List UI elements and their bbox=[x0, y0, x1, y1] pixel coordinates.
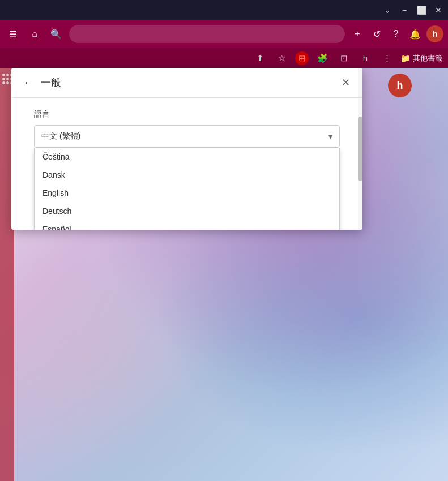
share-icon[interactable]: ⬆ bbox=[252, 50, 268, 66]
language-dropdown[interactable]: 中文 (繁體) ▾ bbox=[34, 125, 340, 148]
notifications-icon[interactable]: 🔔 bbox=[407, 26, 423, 42]
scrollbar-thumb bbox=[358, 117, 362, 181]
language-option-cestina[interactable]: Čeština bbox=[35, 148, 339, 166]
maximize-button[interactable]: ⬜ bbox=[417, 6, 425, 14]
language-selected-value: 中文 (繁體) bbox=[41, 131, 80, 141]
dialog-body: 語言 中文 (繁體) ▾ ČeštinaDanskEnglishDeutschE… bbox=[11, 98, 362, 230]
minimize-button[interactable]: − bbox=[400, 6, 408, 14]
language-option-deutsch[interactable]: Deutsch bbox=[35, 202, 339, 220]
home-icon[interactable]: ⌂ bbox=[26, 25, 43, 42]
bookmarks-label: 其他書籤 bbox=[413, 53, 442, 63]
back-button[interactable]: ← bbox=[20, 75, 36, 91]
star-icon[interactable]: ☆ bbox=[274, 50, 289, 66]
settings-dialog: ← 一般 ✕ 語言 中文 (繁體) ▾ ČeštinaDanskEnglishD… bbox=[11, 68, 362, 230]
dialog-title: 一般 bbox=[41, 76, 61, 89]
language-option-dansk[interactable]: Dansk bbox=[35, 166, 339, 184]
sidebar-icon[interactable]: ⊡ bbox=[336, 50, 352, 66]
history-icon[interactable]: ↺ bbox=[369, 26, 385, 42]
language-label: 語言 bbox=[34, 109, 340, 119]
more-icon[interactable]: ⋮ bbox=[379, 50, 395, 66]
toolbar-right: + ↺ ? 🔔 h bbox=[349, 25, 443, 42]
close-dialog-button[interactable]: ✕ bbox=[338, 75, 353, 91]
close-button[interactable]: ✕ bbox=[434, 6, 442, 14]
puzzle-icon[interactable]: 🧩 bbox=[314, 50, 330, 66]
layers-icon[interactable]: ⊞ bbox=[295, 51, 309, 65]
browser-toolbar: ☰ ⌂ 🔍 + ↺ ? 🔔 h bbox=[0, 20, 448, 48]
menu-icon[interactable]: ☰ bbox=[5, 25, 22, 42]
language-option-english[interactable]: English bbox=[35, 184, 339, 202]
language-dropdown-list[interactable]: ČeštinaDanskEnglishDeutschEspañolSuomiFr… bbox=[34, 148, 340, 230]
user-avatar[interactable]: h bbox=[426, 25, 443, 42]
bookmarks-bar: ⬆ ☆ ⊞ 🧩 ⊡ h ⋮ 📁 其他書籤 bbox=[0, 48, 448, 68]
bookmarks-folder[interactable]: 📁 其他書籤 bbox=[400, 53, 442, 63]
help-icon[interactable]: ? bbox=[388, 26, 404, 42]
h-icon[interactable]: h bbox=[357, 50, 373, 66]
dialog-header: ← 一般 ✕ bbox=[11, 68, 362, 98]
browser-titlebar: ⌄ − ⬜ ✕ bbox=[0, 0, 448, 20]
chevron-down-icon[interactable]: ⌄ bbox=[383, 6, 391, 14]
address-bar[interactable] bbox=[69, 25, 345, 43]
search-icon[interactable]: 🔍 bbox=[48, 25, 65, 42]
language-option-espanol[interactable]: Español bbox=[35, 220, 339, 230]
add-tab-icon[interactable]: + bbox=[349, 26, 365, 42]
language-dropdown-container: 中文 (繁體) ▾ ČeštinaDanskEnglishDeutschEspa… bbox=[34, 125, 340, 148]
dropdown-arrow-icon: ▾ bbox=[328, 132, 332, 141]
dialog-overlay: ← 一般 ✕ 語言 中文 (繁體) ▾ ČeštinaDanskEnglishD… bbox=[0, 68, 448, 481]
